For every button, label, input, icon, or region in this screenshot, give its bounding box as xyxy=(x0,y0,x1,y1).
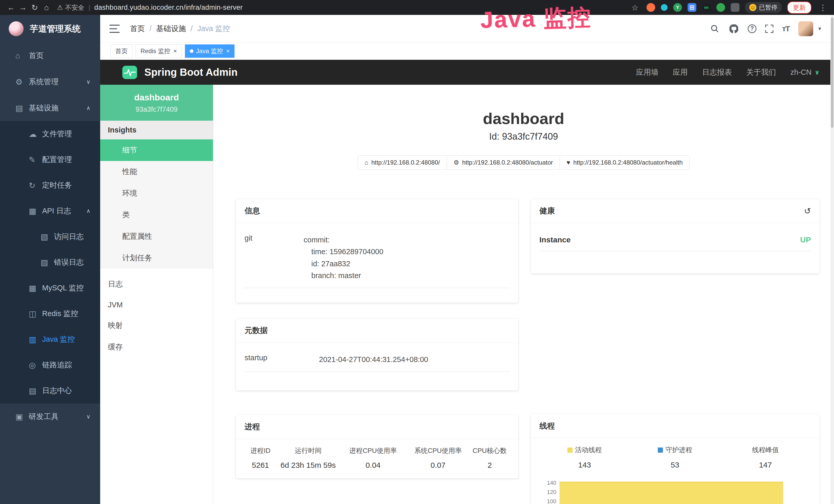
browser-menu-kebab-icon[interactable]: ⋮ xyxy=(817,3,829,12)
sidebar-item-log-center[interactable]: ▤ 日志中心 xyxy=(0,378,100,404)
scrollbar-thumb[interactable] xyxy=(831,18,833,128)
sidebar-item-infrastructure[interactable]: ▤ 基础设施 ∧ xyxy=(0,95,100,121)
sidebar-item-error-logs[interactable]: ▧ 错误日志 xyxy=(0,250,100,275)
sba-language-selector[interactable]: zh-CN ∨ xyxy=(790,68,820,76)
sidebar-item-mysql-monitor[interactable]: ▦ MySQL 监控 xyxy=(0,275,100,301)
sba-brand-title[interactable]: Spring Boot Admin xyxy=(144,67,238,78)
sba-nav-wallboard[interactable]: 应用墙 xyxy=(636,67,658,77)
sba-menu-logs[interactable]: 日志 xyxy=(100,273,213,295)
git-commit-line: commit: xyxy=(304,234,510,246)
extension-icon-cyan[interactable] xyxy=(661,4,667,11)
sba-menu-mappings[interactable]: 映射 xyxy=(100,315,213,336)
chrome-update-button[interactable]: 更新 xyxy=(787,2,811,14)
sidebar-item-java-monitor[interactable]: ▥ Java 监控 xyxy=(0,327,100,352)
sidebar-item-file-mgmt[interactable]: ☁ 文件管理 xyxy=(0,121,100,147)
tab-label: 首页 xyxy=(115,47,128,55)
fullscreen-icon[interactable] xyxy=(765,25,773,33)
sidebar-item-scheduled-jobs[interactable]: ↻ 定时任务 xyxy=(0,173,100,198)
edit-icon: ✎ xyxy=(29,155,42,165)
app-frame: 芋道管理系统 ⌂ 首页 ⚙ 系统管理 ∨ ▤ 基础设施 ∧ ☁ 文件管理 ✎ 配… xyxy=(0,15,834,504)
browser-reload-icon[interactable]: ↻ xyxy=(29,3,41,12)
avatar-caret-icon[interactable]: ▾ xyxy=(818,25,821,32)
sidebar-item-tracing[interactable]: ◎ 链路追踪 xyxy=(0,352,100,378)
breadcrumb-infrastructure[interactable]: 基础设施 xyxy=(156,24,186,34)
browser-home-icon[interactable]: ⌂ xyxy=(41,3,52,12)
extension-icon-on-switch[interactable]: on xyxy=(702,3,711,12)
github-icon[interactable] xyxy=(729,24,739,34)
tab-close-icon[interactable]: × xyxy=(173,47,177,55)
sidebar-item-label: 文件管理 xyxy=(42,129,72,139)
sba-menu-classes[interactable]: 类 xyxy=(100,204,213,226)
metadata-startup-row: startup 2021-04-27T00:44:31.254+08:00 xyxy=(244,350,510,372)
sba-logo-icon xyxy=(122,65,138,79)
address-bar[interactable]: ⚠ 不安全 | dashboard.yudao.iocoder.cn/infra… xyxy=(57,3,629,12)
sba-menu-jvm[interactable]: JVM xyxy=(100,295,213,315)
sba-nav-about[interactable]: 关于我们 xyxy=(746,67,776,77)
profile-paused-chip[interactable]: ☺ 已暂停 xyxy=(745,2,782,13)
tab-home[interactable]: 首页 xyxy=(110,44,133,58)
search-icon[interactable] xyxy=(710,24,720,34)
sba-menu-performance[interactable]: 性能 xyxy=(100,161,213,183)
breadcrumb-home[interactable]: 首页 xyxy=(130,24,145,34)
link-label: http://192.168.0.2:48080/ xyxy=(371,159,440,166)
extension-icon-green-y[interactable]: Y xyxy=(673,3,682,12)
sidebar-item-system-mgmt[interactable]: ⚙ 系统管理 ∨ xyxy=(0,69,100,95)
security-warning[interactable]: ⚠ 不安全 xyxy=(57,3,84,12)
app-logo[interactable]: 芋道管理系统 xyxy=(0,15,100,43)
infrastructure-submenu: ☁ 文件管理 ✎ 配置管理 ↻ 定时任务 ▦ API 日志 ∧ ▧ 访问日志 ▧ xyxy=(0,121,100,404)
instance-summary[interactable]: dashboard 93a3fc7f7409 xyxy=(100,85,213,121)
legend-daemon-threads: 守护进程 53 xyxy=(630,445,720,469)
tab-redis-monitor[interactable]: Redis 监控 × xyxy=(136,44,182,58)
tab-java-monitor[interactable]: Java 监控 × xyxy=(185,44,235,58)
status-badge: UP xyxy=(800,235,811,244)
legend-daemon-value: 53 xyxy=(630,461,720,469)
sidebar-item-label: 配置管理 xyxy=(42,155,72,165)
sba-menu-details[interactable]: 细节 xyxy=(100,139,213,161)
bookmark-star-icon[interactable]: ☆ xyxy=(629,3,641,12)
document-icon: ▦ xyxy=(29,206,42,216)
sba-nav-journal[interactable]: 日志报表 xyxy=(702,67,732,77)
sidebar-item-access-logs[interactable]: ▧ 访问日志 xyxy=(0,224,100,250)
sidebar-item-config-mgmt[interactable]: ✎ 配置管理 xyxy=(0,147,100,173)
user-avatar[interactable] xyxy=(798,21,813,36)
card-title: 线程 xyxy=(540,421,555,431)
card-title: 健康 xyxy=(540,206,555,216)
font-size-icon[interactable]: тT xyxy=(782,24,790,33)
health-url-link[interactable]: ♥ http://192.168.0.2:48080/actuator/heal… xyxy=(560,155,690,170)
tab-close-icon[interactable]: × xyxy=(226,47,229,55)
process-col-pid: 进程ID 5261 xyxy=(244,446,277,469)
chevron-down-icon: ∨ xyxy=(86,413,90,420)
extension-icon-leaf[interactable] xyxy=(716,3,725,12)
home-icon: ⌂ xyxy=(16,51,29,60)
sidebar-item-label: 错误日志 xyxy=(54,257,84,268)
browser-forward-icon[interactable]: → xyxy=(17,3,29,12)
sba-menu-environment[interactable]: 环境 xyxy=(100,183,213,204)
sidebar-item-label: 日志中心 xyxy=(42,386,72,396)
sba-menu-caches[interactable]: 缓存 xyxy=(100,336,213,358)
cards-left-column: 信息 git commit: time: 1596289704000 id: 2 xyxy=(236,199,518,504)
legend-peak-threads: 线程峰值 147 xyxy=(720,445,811,469)
sidebar-item-redis-monitor[interactable]: ◫ Redis 监控 xyxy=(0,301,100,327)
sba-menu-scheduled-tasks[interactable]: 计划任务 xyxy=(100,247,213,269)
browser-actions: ☆ Y ⊞ on ☺ 已暂停 更新 ⋮ xyxy=(629,2,829,14)
help-icon[interactable]: ? xyxy=(748,24,756,33)
extension-icon-orange[interactable] xyxy=(646,3,655,12)
actuator-url-link[interactable]: ⚙ http://192.168.0.2:48080/actuator xyxy=(447,155,560,170)
service-url-link[interactable]: ⌂ http://192.168.0.2:48080/ xyxy=(357,155,447,170)
extension-icon-puzzle[interactable] xyxy=(731,3,740,12)
sba-nav-applications[interactable]: 应用 xyxy=(673,67,687,77)
extension-icon-grid[interactable]: ⊞ xyxy=(687,3,696,12)
sidebar-item-api-logs[interactable]: ▦ API 日志 ∧ xyxy=(0,198,100,224)
sidebar-item-home[interactable]: ⌂ 首页 xyxy=(0,43,100,69)
sidebar-item-dev-tools[interactable]: ▣ 研发工具 ∨ xyxy=(0,404,100,430)
sidebar-item-label: 链路追踪 xyxy=(42,360,72,370)
sidebar-toggle-icon[interactable] xyxy=(109,25,120,33)
page-scrollbar[interactable] xyxy=(830,15,834,504)
browser-back-icon[interactable]: ← xyxy=(5,3,17,12)
sba-menu-config-props[interactable]: 配置属性 xyxy=(100,226,213,247)
tags-view-bar: 首页 Redis 监控 × Java 监控 × xyxy=(100,42,834,60)
redis-icon: ◫ xyxy=(29,309,42,319)
git-time-line: time: 1596289704000 xyxy=(304,246,510,257)
history-icon[interactable]: ↺ xyxy=(804,206,811,216)
breadcrumb-separator: / xyxy=(191,24,193,33)
